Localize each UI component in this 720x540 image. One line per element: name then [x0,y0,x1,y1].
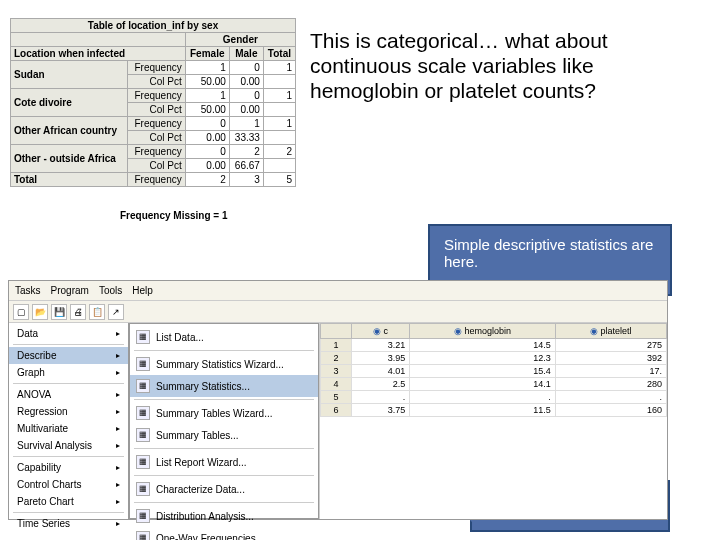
task-icon: ▦ [136,428,150,442]
data-cell[interactable]: 4.01 [351,365,409,378]
toolbar: ▢ 📂 💾 🖨 📋 ↗ [9,301,667,323]
data-cell[interactable]: 12.3 [410,352,555,365]
data-cell[interactable]: 17. [555,365,666,378]
menu-program[interactable]: Program [51,285,89,296]
submenu-item[interactable]: ▦Summary Statistics Wizard... [130,353,318,375]
submenu-item[interactable]: ▦Distribution Analysis... [130,505,318,527]
data-cell[interactable]: 275 [555,339,666,352]
column-header[interactable]: ◉ hemoglobin [410,324,555,339]
row-number[interactable]: 3 [321,365,352,378]
export-icon[interactable]: ↗ [108,304,124,320]
data-cell[interactable]: . [410,391,555,404]
row-label: Sudan [11,61,128,89]
row-number[interactable]: 6 [321,404,352,417]
tasks-item-multivariate[interactable]: Multivariate▸ [9,420,128,437]
row-label: Other - outside Africa [11,145,128,173]
tasks-item-control-charts[interactable]: Control Charts▸ [9,476,128,493]
frequency-table: Table of location_inf by sex Gender Loca… [10,18,296,187]
submenu-item[interactable]: ▦List Report Wizard... [130,451,318,473]
task-icon: ▦ [136,330,150,344]
task-icon: ▦ [136,357,150,371]
data-cell[interactable]: . [555,391,666,404]
data-grid: ◉ c◉ hemoglobin◉ plateletl 13.2114.52752… [319,323,667,519]
data-cell[interactable]: 15.4 [410,365,555,378]
frequency-missing: Frequency Missing = 1 [120,210,228,221]
freq-title: Table of location_inf by sex [11,19,296,33]
tasks-item-data[interactable]: Data▸ [9,325,128,342]
new-icon[interactable]: ▢ [13,304,29,320]
column-header[interactable] [321,324,352,339]
task-icon: ▦ [136,509,150,523]
row-number[interactable]: 4 [321,378,352,391]
data-cell[interactable]: 14.5 [410,339,555,352]
submenu-item[interactable]: ▦Summary Tables Wizard... [130,402,318,424]
submenu-item[interactable]: ▦Characterize Data... [130,478,318,500]
globe-icon: ◉ [454,326,462,336]
data-cell[interactable]: 392 [555,352,666,365]
copy-icon[interactable]: 📋 [89,304,105,320]
row-label: Other African country [11,117,128,145]
data-cell[interactable]: 11.5 [410,404,555,417]
tasks-item-survival-analysis[interactable]: Survival Analysis▸ [9,437,128,454]
task-icon: ▦ [136,379,150,393]
open-icon[interactable]: 📂 [32,304,48,320]
tasks-item-anova[interactable]: ANOVA▸ [9,386,128,403]
tasks-item-graph[interactable]: Graph▸ [9,364,128,381]
data-cell[interactable]: 280 [555,378,666,391]
sas-app-window: Tasks Program Tools Help ▢ 📂 💾 🖨 📋 ↗ Dat… [8,280,668,520]
save-icon[interactable]: 💾 [51,304,67,320]
tasks-item-time-series[interactable]: Time Series▸ [9,515,128,532]
row-number[interactable]: 5 [321,391,352,404]
menubar: Tasks Program Tools Help [9,281,667,301]
tasks-item-pareto-chart[interactable]: Pareto Chart▸ [9,493,128,510]
row-number[interactable]: 2 [321,352,352,365]
data-cell[interactable]: 2.5 [351,378,409,391]
task-icon: ▦ [136,406,150,420]
column-header[interactable]: ◉ plateletl [555,324,666,339]
slide-body-text: This is categorical… what about continuo… [310,28,705,104]
task-icon: ▦ [136,482,150,496]
data-cell[interactable]: 160 [555,404,666,417]
describe-submenu: ▦List Data...▦Summary Statistics Wizard.… [129,323,319,519]
task-icon: ▦ [136,531,150,540]
row-number[interactable]: 1 [321,339,352,352]
tasks-item-describe[interactable]: Describe▸ [9,347,128,364]
task-icon: ▦ [136,455,150,469]
submenu-item[interactable]: ▦One-Way Frequencies... [130,527,318,540]
data-cell[interactable]: 14.1 [410,378,555,391]
menu-tasks[interactable]: Tasks [15,285,41,296]
print-icon[interactable]: 🖨 [70,304,86,320]
globe-icon: ◉ [590,326,598,336]
tasks-menu: Data▸Describe▸Graph▸ANOVA▸Regression▸Mul… [9,323,129,519]
data-cell[interactable]: 3.75 [351,404,409,417]
data-cell[interactable]: 3.95 [351,352,409,365]
submenu-item[interactable]: ▦Summary Statistics... [130,375,318,397]
data-cell[interactable]: 3.21 [351,339,409,352]
column-header[interactable]: ◉ c [351,324,409,339]
tasks-item-regression[interactable]: Regression▸ [9,403,128,420]
submenu-item[interactable]: ▦Summary Tables... [130,424,318,446]
submenu-item[interactable]: ▦List Data... [130,326,318,348]
menu-tools[interactable]: Tools [99,285,122,296]
data-cell[interactable]: . [351,391,409,404]
menu-help[interactable]: Help [132,285,153,296]
globe-icon: ◉ [373,326,381,336]
tasks-item-capability[interactable]: Capability▸ [9,459,128,476]
row-label: Cote divoire [11,89,128,117]
